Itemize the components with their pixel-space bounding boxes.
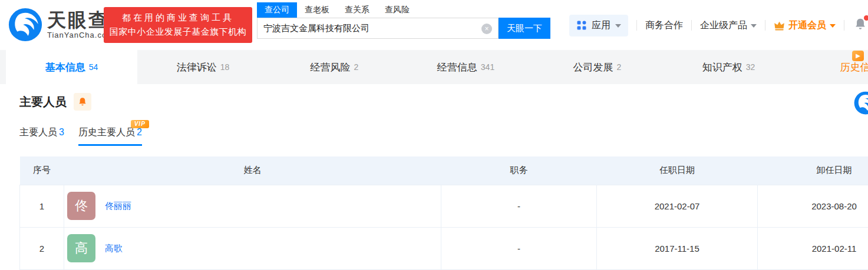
- top-navigation: 应用 商务合作 企业级产品 开通会员: [569, 13, 867, 38]
- active-subtab-underline: [78, 144, 142, 146]
- search-tab-risk[interactable]: 查风险: [377, 2, 417, 18]
- row-no: 2: [20, 227, 64, 269]
- tianyancha-logo-icon: [854, 91, 868, 115]
- table-row: 2 高 高歌 - 2017-11-15 2021-02-11: [20, 227, 868, 269]
- slogan-line-2: 国家中小企业发展子基金旗下机构: [110, 26, 247, 38]
- subscribe-bell-button[interactable]: [74, 93, 91, 111]
- row-position: -: [441, 185, 597, 227]
- vip-badge: VIP: [131, 120, 149, 128]
- search-tab-boss[interactable]: 查老板: [297, 2, 337, 18]
- crown-icon: [774, 20, 785, 31]
- company-profile-tabs: 基本信息 54 法律诉讼 18 经营风险 2 经营信息 341 公司发展 2 知…: [0, 50, 868, 84]
- section-title: 主要人员: [19, 94, 67, 110]
- col-header-start-date: 任职日期: [597, 156, 758, 185]
- nav-item-open-vip[interactable]: 开通会员: [774, 19, 836, 32]
- search-panel: 查公司 查老板 查关系 查风险 × 天眼一下: [257, 2, 550, 39]
- brand-slogan-banner: 都在用的商业查询工具 国家中小企业发展子基金旗下机构: [104, 7, 252, 43]
- subtab-count: 3: [59, 127, 64, 137]
- tab-basic-info[interactable]: 基本信息 54: [6, 50, 137, 84]
- person-name-link[interactable]: 高歌: [105, 243, 123, 254]
- nav-divider: [691, 20, 692, 31]
- tab-label: 公司发展: [573, 61, 613, 74]
- row-start-date: 2021-02-07: [597, 185, 758, 227]
- nav-item-business-cooperation[interactable]: 商务合作: [645, 19, 683, 32]
- col-header-position: 职务: [441, 156, 597, 185]
- tab-count: 54: [89, 62, 98, 72]
- tab-label: 知识产权: [702, 61, 742, 74]
- bell-icon: [78, 97, 87, 106]
- brand-logo[interactable]: 天眼查 TianYanCha.com: [8, 8, 114, 42]
- site-header: 天眼查 TianYanCha.com 都在用的商业查询工具 国家中小企业发展子基…: [0, 0, 868, 50]
- chevron-down-icon: [615, 24, 621, 28]
- row-no: 1: [20, 185, 64, 227]
- apps-label: 应用: [592, 19, 610, 32]
- tianyancha-logo-icon: [8, 8, 42, 42]
- tab-label: 历史信息: [840, 61, 868, 74]
- tab-label: 基本信息: [45, 61, 85, 74]
- row-end-date: 2023-08-20: [758, 185, 868, 227]
- main-content: 主要人员 主要人员3 历史主要人员2 VIP 序号 姓名 职务 任职日期 卸任日…: [0, 84, 868, 270]
- apps-menu[interactable]: 应用: [569, 15, 628, 36]
- history-tab-ribbon-icon: ▶: [852, 51, 864, 61]
- avatar: 高: [67, 234, 95, 262]
- tab-company-development[interactable]: 公司发展 2: [532, 50, 663, 84]
- apps-grid-icon: [576, 20, 587, 31]
- col-header-name: 姓名: [64, 156, 441, 185]
- personnel-subtabs: 主要人员3 历史主要人员2 VIP: [19, 126, 868, 146]
- tab-count: 341: [481, 62, 494, 72]
- tab-count: 2: [354, 62, 359, 72]
- col-header-end-date: 卸任日期: [758, 156, 868, 185]
- enterprise-products-label: 企业级产品: [700, 19, 747, 32]
- row-start-date: 2017-11-15: [597, 227, 758, 269]
- nav-item-enterprise-products[interactable]: 企业级产品: [700, 19, 757, 32]
- col-header-no: 序号: [20, 156, 64, 185]
- nav-divider: [844, 20, 844, 31]
- search-input[interactable]: [258, 18, 498, 38]
- table-row: 1 佟 佟丽丽 - 2021-02-07 2023-08-20: [20, 185, 868, 227]
- tab-count: 18: [220, 62, 230, 72]
- search-tab-relation[interactable]: 查关系: [337, 2, 377, 18]
- tab-label: 经营信息: [437, 61, 477, 74]
- nav-divider: [636, 20, 637, 31]
- clear-search-icon[interactable]: ×: [481, 24, 492, 34]
- subtab-main-personnel[interactable]: 主要人员3: [19, 126, 64, 146]
- chevron-down-icon: [830, 24, 836, 28]
- tab-label: 法律诉讼: [177, 61, 217, 74]
- avatar: 佟: [67, 192, 95, 220]
- business-cooperation-label: 商务合作: [645, 19, 683, 32]
- open-vip-label: 开通会员: [788, 19, 826, 32]
- person-name-link[interactable]: 佟丽丽: [105, 201, 131, 212]
- chevron-down-icon: [751, 24, 757, 28]
- subtab-history-main-personnel[interactable]: 历史主要人员2 VIP: [78, 126, 142, 146]
- search-tab-company[interactable]: 查公司: [257, 2, 297, 18]
- history-personnel-table: 序号 姓名 职务 任职日期 卸任日期 1 佟 佟丽丽 - 2021-02-07 …: [19, 156, 868, 270]
- tab-label: 经营风险: [311, 61, 351, 74]
- tab-count: 32: [746, 62, 755, 72]
- row-end-date: 2021-02-11: [758, 227, 868, 269]
- nav-divider: [765, 20, 765, 31]
- subtab-label: 主要人员: [19, 127, 57, 137]
- tab-intellectual-property[interactable]: 知识产权 32: [663, 50, 794, 84]
- row-position: -: [441, 227, 597, 269]
- table-header-row: 序号 姓名 职务 任职日期 卸任日期: [20, 156, 868, 185]
- search-submit-button[interactable]: 天眼一下: [499, 18, 550, 39]
- floating-tianyancha-widget[interactable]: [854, 91, 868, 115]
- subtab-label: 历史主要人员: [78, 127, 135, 137]
- notification-red-dot: [864, 15, 868, 21]
- subtab-count: 2: [137, 127, 142, 137]
- tab-operation-info[interactable]: 经营信息 341: [400, 50, 532, 84]
- search-tabs: 查公司 查老板 查关系 查风险: [257, 2, 550, 18]
- slogan-line-1: 都在用的商业查询工具: [122, 12, 234, 24]
- search-input-wrap: ×: [257, 18, 499, 39]
- tab-count: 2: [617, 62, 622, 72]
- tab-operation-risk[interactable]: 经营风险 2: [269, 50, 400, 84]
- tab-legal-proceedings[interactable]: 法律诉讼 18: [137, 50, 269, 84]
- notification-bell-button[interactable]: [854, 18, 867, 33]
